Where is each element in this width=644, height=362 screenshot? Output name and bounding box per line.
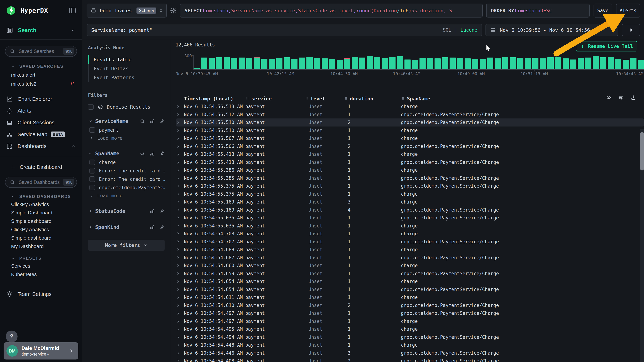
row-expander[interactable] [176, 247, 184, 252]
facet-search-icon[interactable] [140, 151, 145, 156]
table-row[interactable]: Nov 6 10:54:56.513 AM payment Unset 1 ch… [176, 103, 644, 111]
table-row[interactable]: Nov 6 10:54:54.708 AM payment Unset 1 ch… [176, 230, 644, 238]
load-more-button[interactable]: Load more [88, 134, 164, 142]
table-row[interactable]: Nov 6 10:54:54.610 AM payment Unset 2 gr… [176, 301, 644, 310]
column-header-timestamp-local-[interactable]: Timestamp (Local) [184, 96, 245, 102]
column-header-duration[interactable]: duration [344, 96, 401, 102]
histogram-bar[interactable] [231, 58, 237, 69]
histogram-bar[interactable] [276, 58, 282, 69]
row-expander[interactable] [176, 359, 184, 362]
table-row[interactable]: Nov 6 10:54:56.512 AM payment Unset 1 gr… [176, 111, 644, 119]
facet-chart-icon[interactable] [150, 151, 155, 156]
histogram-bar[interactable] [464, 58, 471, 69]
alerts-button[interactable]: Alerts [616, 3, 640, 17]
histogram-bar[interactable] [261, 59, 268, 69]
checkbox[interactable] [90, 168, 95, 174]
checkbox[interactable] [90, 176, 95, 182]
presets-header[interactable]: PRESETS [0, 256, 82, 261]
row-expander[interactable] [176, 287, 184, 292]
histogram-bar[interactable] [314, 58, 320, 69]
facet-pin-icon[interactable] [160, 225, 164, 230]
checkbox[interactable] [90, 185, 95, 190]
histogram-bar[interactable] [344, 58, 350, 69]
table-row[interactable]: Nov 6 10:54:54.660 AM payment Unset 1 ch… [176, 262, 644, 270]
table-row[interactable]: Nov 6 10:54:55.386 AM payment Unset 1 ch… [176, 166, 644, 174]
row-expander[interactable] [176, 192, 184, 196]
saved-dashboard-item[interactable]: My Dashboard [0, 242, 82, 250]
histogram-bar[interactable] [322, 58, 328, 69]
column-header-level[interactable]: level [304, 96, 344, 102]
table-row[interactable]: Nov 6 10:54:54.446 AM payment Unset 3 gr… [176, 349, 644, 357]
histogram-bar[interactable] [630, 58, 636, 69]
histogram-bar[interactable] [570, 59, 576, 69]
histogram-bar[interactable] [578, 58, 584, 69]
saved-dashboard-item[interactable]: Simple dashboard [0, 234, 82, 242]
table-row[interactable]: Nov 6 10:54:54.408 AM payment Unset 2 gr… [176, 357, 644, 362]
row-expander[interactable] [176, 335, 184, 340]
checkbox[interactable] [90, 160, 95, 165]
sidebar-item-chart-explorer[interactable]: Chart Explorer [0, 93, 82, 105]
histogram-bar[interactable] [374, 57, 380, 69]
histogram-bar[interactable] [593, 56, 599, 69]
checkbox[interactable] [90, 127, 95, 133]
histogram-bar[interactable] [608, 57, 614, 69]
row-expander[interactable] [176, 199, 184, 204]
row-expander[interactable] [176, 231, 184, 236]
row-expander[interactable] [176, 223, 184, 228]
histogram-bar[interactable] [420, 58, 426, 69]
facet-header-StatusCode[interactable]: StatusCode [88, 206, 164, 216]
row-expander[interactable] [176, 128, 184, 133]
load-more-button[interactable]: Load more [88, 192, 164, 199]
row-expander[interactable] [176, 303, 184, 308]
column-header-service[interactable]: service [245, 96, 304, 102]
denoise-results-toggle[interactable]: Denoise Results [88, 104, 164, 110]
table-row[interactable]: Nov 6 10:54:55.375 AM payment Unset 1 gr… [176, 182, 644, 190]
drag-handle-icon[interactable] [245, 96, 250, 101]
histogram-bar[interactable] [412, 60, 418, 69]
resume-live-tail-button[interactable]: Resume Live Tail [576, 41, 637, 51]
histogram-bar[interactable] [299, 57, 305, 69]
facet-chart-icon[interactable] [150, 225, 155, 230]
table-row[interactable]: Nov 6 10:54:54.495 AM payment Unset 1 ch… [176, 325, 644, 333]
scrollbar-thumb[interactable] [640, 132, 644, 171]
saved-searches-input[interactable]: Saved Searches ⌘K [5, 46, 77, 57]
row-expander[interactable] [176, 327, 184, 332]
histogram-bar[interactable] [269, 59, 275, 69]
saved-dashboards-header[interactable]: SAVED DASHBOARDS [0, 194, 82, 199]
histogram-bar[interactable] [359, 57, 365, 69]
histogram-bar[interactable] [389, 57, 395, 69]
histogram-bar[interactable] [540, 58, 546, 69]
code-view-icon[interactable] [606, 95, 612, 100]
histogram-bar[interactable] [623, 60, 629, 69]
query-input[interactable]: ServiceName:"payment" SQL | Lucene [86, 24, 482, 36]
row-expander[interactable] [176, 239, 184, 244]
histogram-bar[interactable] [306, 57, 312, 69]
histogram-bar[interactable] [397, 56, 403, 69]
histogram-bar[interactable] [585, 57, 591, 69]
table-row[interactable]: Nov 6 10:54:54.688 AM payment Unset 1 ch… [176, 246, 644, 254]
sidebar-item-search[interactable]: Search [0, 25, 82, 35]
table-row[interactable]: Nov 6 10:54:54.687 AM payment Unset 1 gr… [176, 254, 644, 262]
facet-chart-icon[interactable] [150, 208, 155, 214]
table-row[interactable]: Nov 6 10:54:54.707 AM payment Unset 1 gr… [176, 238, 644, 246]
row-expander[interactable] [176, 184, 184, 188]
histogram-bar[interactable] [457, 58, 463, 69]
histogram-bar[interactable] [562, 58, 569, 69]
saved-dashboard-item[interactable]: Simple dashboard [0, 217, 82, 225]
run-query-button[interactable] [622, 24, 640, 36]
histogram-bar[interactable] [517, 58, 524, 69]
table-row[interactable]: Nov 6 10:54:56.510 AM payment Unset 2 gr… [176, 119, 644, 127]
histogram-bar[interactable] [337, 60, 343, 69]
histogram-bar[interactable] [487, 57, 494, 69]
preset-item[interactable]: Services [0, 262, 82, 270]
histogram-bar[interactable] [532, 58, 538, 69]
table-row[interactable]: Nov 6 10:54:54.494 AM payment Unset 1 gr… [176, 333, 644, 341]
saved-searches-header[interactable]: SAVED SEARCHES [0, 64, 82, 69]
facet-header-ServiceName[interactable]: ServiceName [88, 117, 164, 126]
facet-value[interactable]: payment [88, 126, 164, 134]
histogram-bar[interactable] [284, 57, 290, 69]
row-expander[interactable] [176, 136, 184, 141]
row-expander[interactable] [176, 343, 184, 347]
row-expander[interactable] [176, 255, 184, 260]
histogram-bar[interactable] [525, 58, 531, 69]
